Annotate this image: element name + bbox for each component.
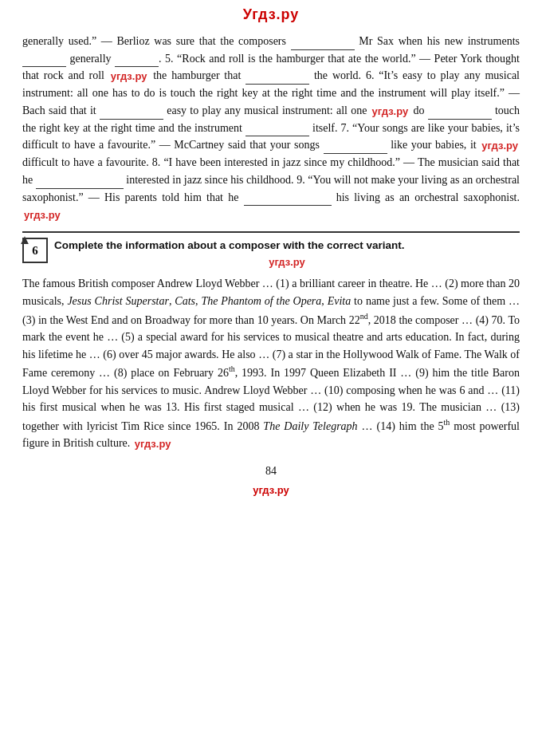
- page-number-area: 84: [0, 460, 542, 484]
- blank-8: [324, 143, 387, 154]
- italic-title-1: Jesus Christ Superstar: [67, 295, 169, 307]
- task6-body: The famous British composer Andrew Lloyd…: [22, 275, 520, 452]
- site-title: Угдз.ру: [243, 6, 300, 22]
- exercise-paragraph: generally used.” — Berlioz was sure that…: [22, 33, 520, 223]
- section-divider: [22, 231, 520, 233]
- blank-9: [36, 178, 124, 189]
- blank-6: [428, 108, 492, 120]
- blank-5: [100, 108, 163, 120]
- footer-watermark-text: угдз.ру: [253, 484, 289, 496]
- italic-title-4: Evita: [328, 295, 352, 307]
- italic-title-3: The Phantom of the Opera: [201, 295, 321, 307]
- task-instruction: Complete the information about a compose…: [54, 238, 520, 270]
- watermark-4: угдз.ру: [22, 207, 62, 223]
- content-area: generally used.” — Berlioz was sure that…: [0, 26, 542, 460]
- watermark-2: угдз.ру: [371, 104, 410, 120]
- blank-10: [244, 195, 332, 206]
- task-number: 6: [32, 242, 38, 260]
- blank-4: [245, 73, 309, 85]
- task-instruction-text: Complete the information about a compose…: [54, 239, 405, 251]
- italic-title-5: The Daily Telegraph: [263, 420, 357, 432]
- footer-watermark-area: угдз.ру: [0, 484, 542, 501]
- page-number: 84: [265, 465, 277, 477]
- blank-1: [291, 39, 355, 50]
- watermark-5: угдз.ру: [133, 436, 173, 452]
- blank-3: [115, 56, 159, 67]
- task-number-box: 6: [22, 238, 48, 263]
- task-watermark: угдз.ру: [54, 254, 520, 270]
- page-container: Угдз.ру generally used.” — Berlioz was s…: [0, 0, 542, 756]
- blank-7: [245, 125, 309, 136]
- watermark-3: угдз.ру: [480, 138, 520, 154]
- italic-title-2: Cats: [175, 295, 195, 307]
- task-header: 6 Complete the information about a compo…: [22, 238, 520, 270]
- site-header: Угдз.ру: [0, 0, 542, 26]
- watermark-1: угдз.ру: [109, 69, 149, 85]
- blank-2: [22, 56, 66, 67]
